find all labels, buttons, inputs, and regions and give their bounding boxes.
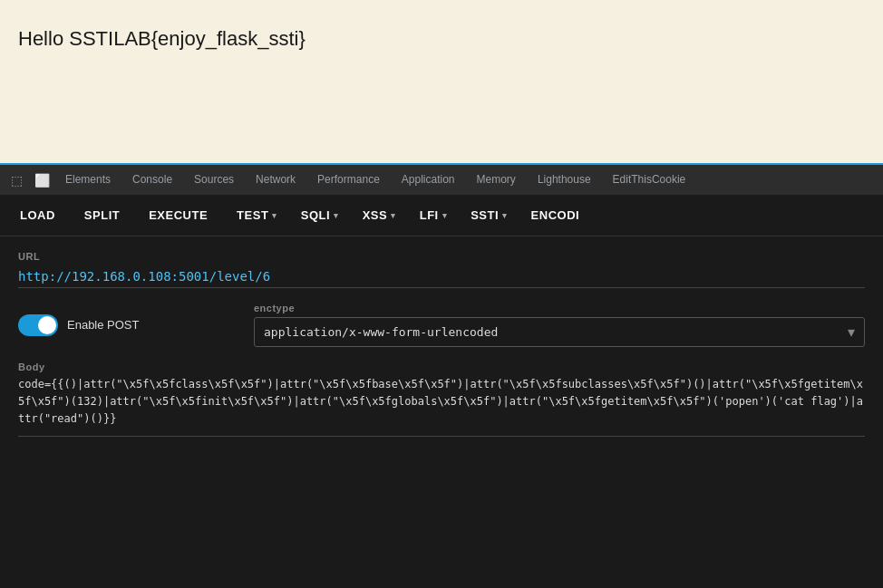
lfi-label: LFI bbox=[420, 208, 439, 222]
post-enctype-row: Enable POST enctype application/x-www-fo… bbox=[18, 303, 865, 347]
tab-sources[interactable]: Sources bbox=[183, 164, 245, 196]
tab-network[interactable]: Network bbox=[245, 164, 306, 196]
tab-console[interactable]: Console bbox=[121, 164, 183, 196]
xss-label: XSS bbox=[363, 208, 388, 222]
tab-application[interactable]: Application bbox=[391, 164, 466, 196]
body-label: Body bbox=[18, 361, 865, 372]
encodi-button[interactable]: ENCODI bbox=[519, 203, 593, 227]
body-section: Body code={{()|attr("\x5f\x5fclass\x5f\x… bbox=[18, 361, 865, 437]
hello-text: Hello SSTILAB{enjoy_flask_ssti} bbox=[18, 27, 306, 51]
tab-elements[interactable]: Elements bbox=[54, 164, 121, 196]
enable-post-toggle[interactable] bbox=[18, 314, 58, 336]
test-arrow-icon: ▾ bbox=[272, 211, 277, 220]
tab-performance[interactable]: Performance bbox=[306, 164, 391, 196]
sqli-arrow-icon: ▾ bbox=[334, 211, 339, 220]
sqli-dropdown[interactable]: SQLI ▾ bbox=[288, 203, 346, 227]
enctype-arrow-icon: ▾ bbox=[848, 323, 855, 341]
lfi-dropdown[interactable]: LFI ▾ bbox=[407, 203, 455, 227]
xss-dropdown[interactable]: XSS ▾ bbox=[350, 203, 403, 227]
url-label: URL bbox=[18, 251, 865, 262]
enable-post-section: Enable POST bbox=[18, 314, 254, 336]
url-section: URL bbox=[18, 251, 865, 288]
url-input[interactable] bbox=[18, 265, 865, 288]
ssti-dropdown[interactable]: SSTI ▾ bbox=[458, 203, 514, 227]
devtools-tabs-bar: ⬚ ⬜ Elements Console Sources Network Per… bbox=[0, 163, 883, 195]
tab-memory[interactable]: Memory bbox=[466, 164, 527, 196]
devtools-panel: ⬚ ⬜ Elements Console Sources Network Per… bbox=[0, 163, 883, 588]
body-text: code={{()|attr("\x5f\x5fclass\x5f\x5f")|… bbox=[18, 376, 865, 429]
page-content: Hello SSTILAB{enjoy_flask_ssti} bbox=[0, 0, 883, 163]
test-dropdown[interactable]: TEST ▾ bbox=[224, 203, 285, 227]
tab-lighthouse[interactable]: Lighthouse bbox=[527, 164, 602, 196]
load-button[interactable]: LOAD bbox=[7, 203, 68, 227]
inspect-icon[interactable]: ⬚ bbox=[4, 168, 29, 193]
lfi-arrow-icon: ▾ bbox=[442, 211, 448, 220]
body-divider bbox=[18, 436, 865, 437]
execute-button[interactable]: EXECUTE bbox=[136, 203, 220, 227]
tab-editthiscookie[interactable]: EditThisCookie bbox=[602, 164, 697, 196]
sqli-label: SQLI bbox=[301, 208, 330, 222]
device-icon[interactable]: ⬜ bbox=[29, 168, 54, 193]
ssti-label: SSTI bbox=[471, 208, 499, 222]
enctype-section: enctype application/x-www-form-urlencode… bbox=[254, 303, 865, 347]
enable-post-label: Enable POST bbox=[67, 318, 140, 332]
test-label: TEST bbox=[237, 208, 268, 222]
enctype-label: enctype bbox=[254, 303, 865, 313]
ssti-arrow-icon: ▾ bbox=[502, 211, 508, 220]
enctype-select[interactable]: application/x-www-form-urlencoded ▾ bbox=[254, 317, 865, 347]
body-code: code={{()|attr("\x5f\x5fclass\x5f\x5f")|… bbox=[18, 378, 863, 425]
toolbar: LOAD SPLIT EXECUTE TEST ▾ SQLI ▾ XSS ▾ L… bbox=[0, 195, 883, 236]
main-panel: URL Enable POST enctype application/x-ww… bbox=[0, 236, 883, 588]
enctype-value: application/x-www-form-urlencoded bbox=[264, 325, 848, 339]
xss-arrow-icon: ▾ bbox=[391, 211, 396, 220]
split-button[interactable]: SPLIT bbox=[72, 203, 132, 227]
